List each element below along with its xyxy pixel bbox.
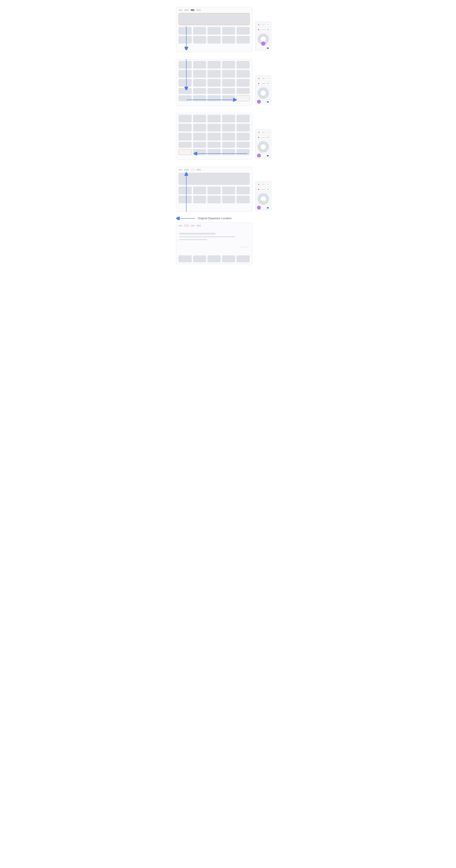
grid-cell[interactable] [193,27,206,35]
grid-cell[interactable] [193,133,206,141]
assistant-button[interactable] [261,82,265,86]
bookmark-button[interactable]: 🔖 [257,187,260,191]
grid-cell[interactable] [193,36,206,43]
grid-cell[interactable] [207,196,221,203]
tv-button[interactable]: 📺 [266,46,269,50]
input-button[interactable]: ⎘ [266,130,270,134]
grid-cell[interactable] [207,133,221,141]
tv-button[interactable]: 📺 [266,100,269,104]
dpad-select[interactable] [261,196,266,202]
grid-cell[interactable] [236,187,250,194]
grid-cell[interactable] [178,133,192,141]
grid-cell[interactable] [236,255,250,262]
tv-button[interactable]: 📺 [266,206,269,210]
grid-cell[interactable] [207,27,221,35]
grid-cell[interactable] [193,70,206,78]
grid-cell[interactable] [193,95,206,101]
input-button[interactable]: ⎘ [266,23,270,27]
grid-cell[interactable] [236,142,250,148]
grid-cell[interactable] [207,187,221,194]
grid-cell[interactable] [236,36,250,43]
tab[interactable] [178,169,182,170]
grid-cell[interactable] [207,142,221,148]
tab-focused[interactable] [191,169,195,170]
grid-cell[interactable] [178,61,192,69]
hero[interactable] [178,173,250,185]
grid-cell[interactable] [222,115,235,122]
back-button-highlight[interactable]: ← [257,100,261,104]
power-button[interactable]: ⏻ [257,23,260,27]
tab[interactable] [191,225,195,226]
grid-cell[interactable] [222,142,235,148]
grid-cell[interactable] [207,88,221,94]
grid-cell[interactable] [178,124,192,131]
grid-cell[interactable] [222,36,235,43]
bookmark-button[interactable]: 🔖 [257,28,260,32]
grid-cell[interactable] [193,255,206,262]
grid-cell[interactable] [207,36,221,43]
tab[interactable] [184,169,189,170]
grid-cell[interactable] [236,133,250,141]
grid-cell[interactable] [178,196,192,203]
grid-cell[interactable] [207,79,221,87]
grid-cell[interactable] [178,255,192,262]
settings-button[interactable]: ⚙ [266,82,270,85]
grid-cell[interactable] [222,27,235,35]
grid-cell[interactable] [207,95,221,101]
back-button-highlight[interactable]: ← [257,154,261,157]
grid-cell[interactable] [222,187,235,194]
bookmark-button[interactable]: 🔖 [257,82,260,85]
settings-button[interactable]: ⚙ [266,28,270,32]
grid-cell[interactable] [193,79,206,87]
dpad-select[interactable] [261,90,266,96]
grid-cell[interactable] [178,79,192,87]
back-button-highlight[interactable]: ← [257,206,261,210]
tab[interactable] [178,225,182,226]
grid-cell[interactable] [236,115,250,122]
grid-cell[interactable] [236,27,250,35]
grid-cell[interactable] [222,124,235,131]
dpad-select[interactable] [261,37,266,42]
power-button[interactable]: ⏻ [257,76,260,81]
input-button[interactable]: ⎘ [266,182,270,186]
grid-cell[interactable] [193,115,206,122]
tab[interactable] [196,225,201,226]
grid-cell[interactable] [207,115,221,122]
grid-cell[interactable] [222,196,235,203]
dpad[interactable] [258,87,269,99]
grid-cell[interactable] [222,95,235,101]
home-button[interactable]: ⌂ [261,154,265,157]
bookmark-button[interactable]: 🔖 [257,135,260,139]
home-button[interactable]: ⌂ [261,46,265,50]
grid-cell[interactable] [222,255,235,262]
grid-cell[interactable] [207,70,221,78]
tab-focused-error[interactable] [184,225,189,226]
dpad[interactable] [258,33,269,45]
dpad-down-highlight[interactable] [261,41,265,45]
grid-cell[interactable] [236,88,250,94]
assistant-button[interactable] [261,187,265,191]
grid-cell[interactable] [222,61,235,69]
tab[interactable] [184,9,189,11]
power-button[interactable]: ⏻ [257,182,260,186]
grid-cell[interactable] [236,196,250,203]
input-button[interactable]: ⎘ [266,76,270,81]
home-button[interactable]: ⌂ [261,206,265,210]
grid-cell-focused[interactable] [236,95,250,101]
hero-focused[interactable] [178,13,250,25]
grid-cell[interactable] [178,70,192,78]
back-button[interactable]: ← [257,46,261,50]
tv-button[interactable]: 📺 [266,154,269,157]
grid-cell[interactable] [222,70,235,78]
grid-cell-focused[interactable] [178,149,192,155]
grid-cell[interactable] [178,142,192,148]
tab[interactable] [178,9,182,11]
grid-cell[interactable] [207,61,221,69]
grid-cell[interactable] [193,187,206,194]
dpad-select[interactable] [261,144,266,150]
grid-cell[interactable] [178,187,192,194]
grid-cell[interactable] [236,124,250,131]
tab[interactable] [196,9,201,11]
assistant-button[interactable] [261,28,265,32]
grid-cell[interactable] [178,88,192,94]
